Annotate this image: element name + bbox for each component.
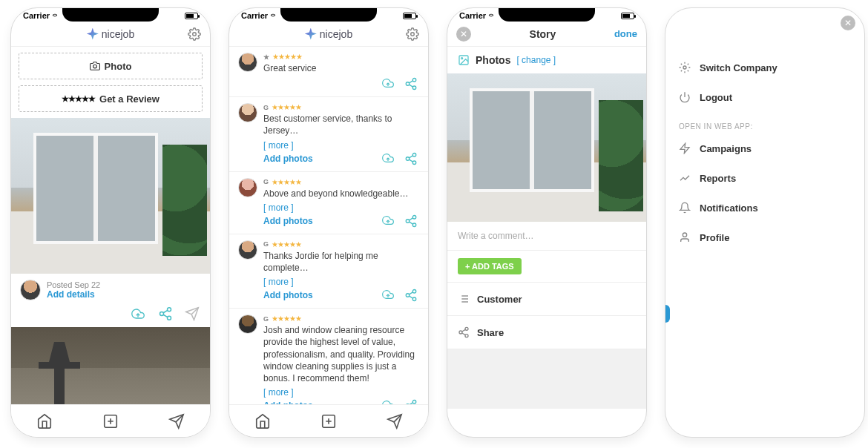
tab-bar <box>11 404 210 437</box>
change-link[interactable]: [ change ] <box>516 55 556 65</box>
brand: nicejob <box>305 28 352 40</box>
add-tags-button[interactable]: + ADD TAGS <box>458 258 522 274</box>
share-nodes-icon[interactable] <box>158 306 173 321</box>
add-details-link[interactable]: Add details <box>47 289 100 300</box>
svg-point-32 <box>412 297 416 301</box>
home-icon <box>36 413 53 429</box>
drawer-item-profile[interactable]: Profile <box>679 223 851 252</box>
user-icon <box>679 231 691 243</box>
share-nodes-icon[interactable] <box>404 77 418 90</box>
get-review-label: Get a Review <box>99 93 160 105</box>
power-icon <box>679 91 691 103</box>
drawer-section-label: OPEN IN WEB APP: <box>679 112 851 134</box>
post-photo-2[interactable] <box>11 327 210 404</box>
review-text: Thanks Jordie for helping me complete… <box>263 250 419 274</box>
tab-send[interactable] <box>387 413 403 429</box>
avatar <box>20 280 41 300</box>
svg-line-24 <box>409 155 412 157</box>
more-link[interactable]: [ more ] <box>263 387 294 398</box>
svg-marker-60 <box>680 143 689 153</box>
add-photos-link[interactable]: Add photos <box>263 216 313 226</box>
drawer-item-label: Campaigns <box>700 143 752 154</box>
svg-point-21 <box>406 157 410 160</box>
svg-point-46 <box>461 58 463 59</box>
drawer-item-campaigns[interactable]: Campaigns <box>679 134 851 163</box>
post-photo[interactable] <box>11 118 210 274</box>
comment-input[interactable]: Write a comment… <box>447 222 646 251</box>
svg-point-15 <box>412 79 416 82</box>
svg-point-20 <box>412 153 416 157</box>
share-nodes-icon[interactable] <box>404 399 418 404</box>
battery-icon <box>621 13 634 19</box>
wifi-icon: ⌔ <box>489 12 493 20</box>
cloud-upload-icon[interactable] <box>381 77 395 89</box>
cloud-upload-icon[interactable] <box>381 289 395 300</box>
add-photos-link[interactable]: Add photos <box>263 154 313 164</box>
carrier-label: Carrier <box>241 11 268 20</box>
tab-send[interactable] <box>168 413 185 429</box>
drawer-item-reports[interactable]: Reports <box>679 163 851 193</box>
nav-bar: nicejob <box>229 22 428 47</box>
drawer-handle[interactable] <box>665 305 670 323</box>
send-icon[interactable] <box>185 306 200 321</box>
review-item[interactable]: G★★★★★ Thanks Jordie for helping me comp… <box>229 234 428 309</box>
tab-create[interactable] <box>320 413 337 429</box>
reviews-list: ★★★★★★ Great service G★★★★★ Best custome… <box>229 47 428 404</box>
cloud-upload-icon[interactable] <box>381 214 395 226</box>
review-item[interactable]: G★★★★★ Best customer service, thanks to … <box>229 97 428 171</box>
more-link[interactable]: [ more ] <box>263 140 294 151</box>
share-nodes-icon[interactable] <box>404 152 418 165</box>
drawer-item-logout[interactable]: Logout <box>679 82 851 112</box>
cloud-upload-icon[interactable] <box>130 307 146 320</box>
review-text: Above and beyond knowledgeable… <box>263 188 419 200</box>
svg-point-1 <box>93 65 96 68</box>
tab-create[interactable] <box>102 413 119 429</box>
drawer-item-notifications[interactable]: Notifications <box>679 193 851 223</box>
cloud-upload-icon[interactable] <box>381 399 395 404</box>
close-button[interactable]: ✕ <box>456 27 471 42</box>
avatar <box>238 103 257 122</box>
svg-point-4 <box>168 316 171 320</box>
more-link[interactable]: [ more ] <box>263 277 294 287</box>
share-nodes-icon[interactable] <box>404 289 418 302</box>
tab-home[interactable] <box>254 413 271 429</box>
add-photos-link[interactable]: Add photos <box>263 290 313 300</box>
stars-icon: ★★★★★ <box>272 240 301 248</box>
share-nodes-icon <box>458 326 470 338</box>
svg-point-17 <box>412 86 416 90</box>
svg-line-19 <box>409 81 412 83</box>
review-item[interactable]: G★★★★★ Josh and window cleaning resource… <box>229 309 428 404</box>
share-nodes-icon[interactable] <box>404 214 418 228</box>
svg-point-0 <box>193 32 197 36</box>
settings-button[interactable] <box>188 27 201 41</box>
posted-label: Posted Sep 22 <box>47 280 100 289</box>
review-item[interactable]: G★★★★★ Above and beyond knowledgeable… [… <box>229 172 428 234</box>
review-text: Great service <box>263 62 419 74</box>
brand: nicejob <box>87 28 134 40</box>
settings-button[interactable] <box>406 27 419 41</box>
review-item[interactable]: ★★★★★★ Great service <box>229 47 428 97</box>
avatar <box>238 178 257 197</box>
more-link[interactable]: [ more ] <box>263 202 294 213</box>
done-button[interactable]: done <box>614 28 637 39</box>
svg-point-22 <box>412 161 416 165</box>
svg-line-5 <box>163 314 168 317</box>
photo-button[interactable]: Photo <box>19 53 203 79</box>
get-review-button[interactable]: ★★★★★ Get a Review <box>19 85 203 112</box>
story-photo[interactable] <box>447 73 646 222</box>
svg-line-28 <box>409 222 412 224</box>
drawer-item-switch-company[interactable]: Switch Company <box>679 53 851 82</box>
drawer-item-label: Logout <box>700 92 732 103</box>
customer-row[interactable]: Customer <box>447 283 646 316</box>
post-actions <box>11 303 210 327</box>
cloud-upload-icon[interactable] <box>381 152 395 164</box>
share-label: Share <box>477 327 504 338</box>
gear-icon <box>679 62 691 73</box>
close-button[interactable]: ✕ <box>841 16 855 30</box>
tab-home[interactable] <box>36 413 53 429</box>
home-icon <box>254 413 271 429</box>
stars-icon: ★★★★★ <box>272 53 302 61</box>
battery-icon <box>185 13 198 19</box>
share-row[interactable]: Share <box>447 316 646 349</box>
screen-settings-drawer: ✕ Switch Company Logout OPEN IN WEB APP:… <box>665 7 865 438</box>
